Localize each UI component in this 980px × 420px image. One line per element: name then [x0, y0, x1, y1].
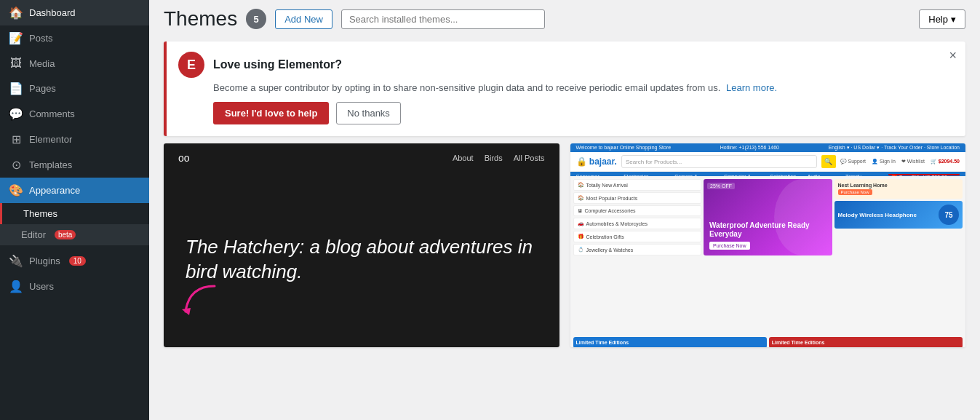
- bajaar-hotline: Hotline: +1(213) 556 1460: [720, 145, 779, 151]
- bajaar-announcement-bar: Welcome to bajaar Online Shopping Store …: [570, 143, 966, 152]
- sidebar-item-elementor[interactable]: ⊞ Elementor: [0, 127, 149, 152]
- search-input[interactable]: [341, 9, 545, 29]
- sidebar-label-media: Media: [29, 58, 55, 69]
- sidebar-label-users: Users: [29, 281, 54, 292]
- love-to-help-button[interactable]: Sure! I'd love to help: [213, 102, 329, 124]
- posts-icon: 📝: [9, 31, 23, 45]
- add-new-button[interactable]: Add New: [275, 9, 332, 29]
- sidebar-label-plugins: Plugins: [29, 255, 60, 266]
- sidebar-item-media[interactable]: 🖼 Media: [0, 51, 149, 76]
- bajaar-main-header: 🔒 bajaar. Search for Products... 🔍 💬 Sup…: [570, 152, 966, 172]
- theme-count-badge: 5: [246, 9, 266, 29]
- sidebar-item-appearance[interactable]: 🎨 Appearance: [0, 178, 149, 203]
- hatchery-nav-birds: Birds: [485, 154, 503, 162]
- bajaar-body-grid: 🏠 Totally New Arrival 🏠 Most Popular Pro…: [570, 176, 966, 337]
- bajaar-nest-btn[interactable]: Purchase Now: [838, 189, 872, 195]
- elementor-logo-icon: E: [178, 52, 204, 78]
- users-icon: 👤: [9, 280, 23, 293]
- sidebar-label-pages: Pages: [29, 83, 56, 94]
- main-content: Themes 5 Add New Help ▾ E Love using Ele…: [149, 0, 980, 420]
- themes-grid: oo About Birds All Posts The Hatchery: a…: [149, 143, 980, 362]
- hatchery-heading: The Hatchery: a blog about adventures in…: [186, 235, 538, 285]
- sidebar-item-themes[interactable]: Themes: [0, 203, 149, 224]
- plugins-count-badge: 10: [69, 256, 86, 266]
- hatchery-nav: oo About Birds All Posts: [164, 143, 559, 173]
- sidebar-label-dashboard: Dashboard: [29, 7, 76, 18]
- elementor-icon: ⊞: [9, 132, 23, 146]
- sidebar-item-dashboard[interactable]: 🏠 Dashboard: [0, 0, 149, 25]
- media-icon: 🖼: [9, 57, 23, 70]
- bajaar-extras: English ▾ · US Dollar ▾ · Track Your Ord…: [829, 145, 960, 151]
- learn-more-link[interactable]: Learn more.: [726, 82, 777, 93]
- bajaar-cat-arrival: 🏠 Totally New Arrival: [573, 179, 702, 191]
- sidebar-item-templates[interactable]: ⊙ Templates: [0, 152, 149, 178]
- hatchery-nav-posts: All Posts: [514, 154, 545, 162]
- bajaar-logo: 🔒 bajaar.: [576, 156, 617, 167]
- no-thanks-button[interactable]: No thanks: [336, 102, 401, 124]
- help-label: Help: [928, 14, 948, 25]
- sidebar-item-comments[interactable]: 💬 Comments: [0, 101, 149, 127]
- sidebar-label-comments: Comments: [29, 108, 75, 119]
- arrow-svg: [175, 279, 226, 330]
- beta-badge: beta: [55, 230, 76, 239]
- bajaar-purchase-btn[interactable]: Purchase Now: [709, 242, 750, 250]
- appearance-icon: 🎨: [9, 183, 23, 197]
- theme-card-hatchery[interactable]: oo About Birds All Posts The Hatchery: a…: [164, 143, 559, 347]
- bajaar-cat-popular: 🏠 Most Popular Products: [573, 192, 702, 204]
- sidebar-label-appearance: Appearance: [29, 185, 80, 196]
- bajaar-preview: Welcome to bajaar Online Shopping Store …: [570, 143, 966, 347]
- hatchery-logo: oo: [178, 152, 190, 164]
- bajaar-right-col: Nest Learning Home Purchase Now Melody W…: [834, 179, 963, 255]
- bajaar-nest-card: Nest Learning Home Purchase Now: [834, 179, 963, 199]
- header-bar: Themes 5 Add New Help ▾: [149, 0, 980, 31]
- notification-actions: Sure! I'd love to help No thanks: [213, 102, 954, 124]
- dashboard-icon: 🏠: [9, 6, 23, 20]
- plugins-icon: 🔌: [9, 254, 23, 268]
- sidebar-item-plugins[interactable]: 🔌 Plugins 10: [0, 248, 149, 274]
- sidebar-label-editor: Editor: [21, 229, 46, 240]
- bajaar-signin: 👤 Sign In: [872, 159, 896, 165]
- appearance-submenu: Themes Editor beta: [0, 203, 149, 245]
- sidebar-label-templates: Templates: [29, 159, 72, 170]
- sidebar-item-posts[interactable]: 📝 Posts: [0, 25, 149, 51]
- notification-text: Become a super contributor by opting in …: [213, 82, 954, 93]
- bajaar-cat-auto: 🚗 Automobiles & Motorcycles: [573, 218, 702, 229]
- bajaar-category-list: 🏠 Totally New Arrival 🏠 Most Popular Pro…: [573, 179, 702, 255]
- sidebar-label-themes: Themes: [23, 208, 57, 219]
- arrow-indicator: [175, 279, 226, 333]
- comments-icon: 💬: [9, 107, 23, 121]
- templates-icon: ⊙: [9, 158, 23, 172]
- bajaar-cat-computer: 🖥 Computer Accessories: [573, 205, 702, 216]
- bajaar-bottom-row: Limited Time Editions Limited Time Editi…: [570, 337, 966, 347]
- bajaar-nav-freegifts: 🎁 Free Gifts US $23.00 Coupon: [888, 174, 960, 175]
- hatchery-nav-links: About Birds All Posts: [453, 154, 545, 162]
- page-title: Themes: [164, 7, 237, 31]
- bajaar-price-circle: 75: [939, 205, 959, 225]
- elementor-notification-banner: E Love using Elementor? Become a super c…: [164, 41, 965, 136]
- help-button[interactable]: Help ▾: [919, 9, 965, 29]
- bajaar-welcome-text: Welcome to bajaar Online Shopping Store: [576, 145, 672, 151]
- bajaar-melody-card: Melody Wireless Headphone 75: [834, 201, 963, 229]
- bajaar-cat-jewellery: 💍 Jewellery & Watches: [573, 244, 702, 255]
- sidebar-item-editor[interactable]: Editor beta: [0, 224, 149, 245]
- sidebar-item-users[interactable]: 👤 Users: [0, 274, 149, 299]
- chevron-down-icon: ▾: [951, 14, 956, 25]
- hatchery-nav-about: About: [453, 154, 474, 162]
- bajaar-search-icon: 🔍: [821, 155, 836, 168]
- close-notification-button[interactable]: ×: [949, 49, 957, 62]
- bajaar-limited1: Limited Time Editions: [573, 337, 767, 347]
- bajaar-header-actions: 💬 Support 👤 Sign In ❤ Wishlist 🛒 $2094.5…: [840, 159, 960, 165]
- bajaar-wishlist: ❤ Wishlist: [901, 159, 925, 165]
- sidebar: 🏠 Dashboard 📝 Posts 🖼 Media 📄 Pages 💬 Co…: [0, 0, 149, 420]
- bajaar-banner-title: Waterproof Adventure Ready Everyday: [709, 221, 826, 239]
- sidebar-item-pages[interactable]: 📄 Pages: [0, 76, 149, 101]
- header-right: Help ▾: [919, 9, 965, 29]
- bajaar-discount-badge: 25% OFF: [707, 183, 735, 189]
- bajaar-banner-main: 25% OFF Waterproof Adventure Ready Every…: [704, 179, 832, 255]
- notification-body-text: Become a super contributor by opting in …: [213, 82, 720, 93]
- svg-marker-0: [182, 308, 191, 315]
- notification-header: E Love using Elementor?: [178, 52, 954, 78]
- theme-card-bajaar[interactable]: Welcome to bajaar Online Shopping Store …: [570, 143, 966, 347]
- bajaar-support: 💬 Support: [840, 159, 866, 165]
- bajaar-cart: 🛒 $2094.50: [931, 159, 960, 165]
